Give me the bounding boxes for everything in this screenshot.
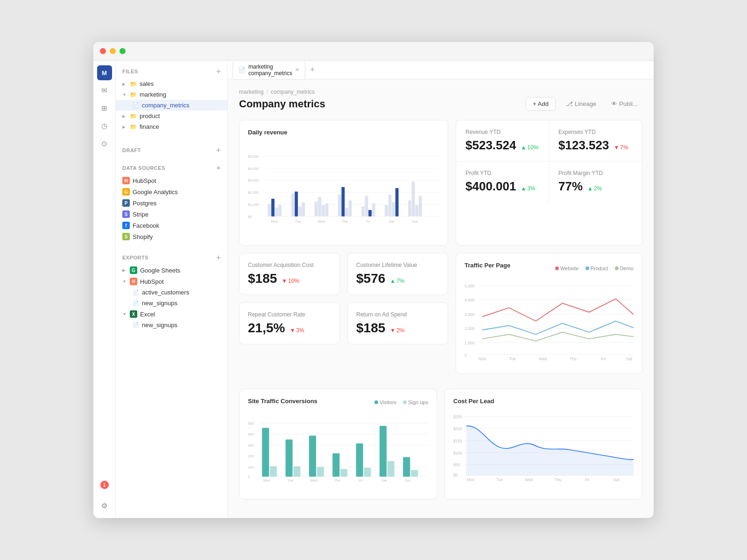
settings-icon[interactable]: ⚙ xyxy=(97,498,112,513)
database-icon[interactable]: ⊙ xyxy=(97,136,112,151)
sidebar-item-finance[interactable]: ▶ 📁 finance xyxy=(116,121,227,132)
svg-rect-14 xyxy=(275,208,278,217)
eye-icon: 👁 xyxy=(611,100,617,107)
datasource-shopify[interactable]: S Shopify xyxy=(116,231,227,242)
page-title: Company metrics xyxy=(239,98,325,110)
svg-rect-88 xyxy=(388,461,395,477)
icon-bar: M ✉ ⊞ ◷ ⊙ 1 ⚙ xyxy=(93,61,116,518)
page-header: Company metrics + Add ⎇ Lineage 👁 Publi.… xyxy=(239,97,642,111)
dashboard-grid: Daily revenue $5,000 $4,000 $3,000 $2,00… xyxy=(239,120,642,245)
svg-text:$3,000: $3,000 xyxy=(248,178,259,182)
svg-rect-38 xyxy=(415,205,418,216)
traffic-legend: Website Product Demo xyxy=(555,266,634,271)
rcr-change: ▼ 3% xyxy=(289,327,304,334)
mail-icon[interactable]: ✉ xyxy=(97,83,112,98)
svg-text:Wed: Wed xyxy=(310,478,317,483)
export-active-customers[interactable]: 📄 active_customers xyxy=(116,287,227,298)
maximize-button[interactable] xyxy=(120,48,126,54)
svg-rect-31 xyxy=(372,203,375,217)
breadcrumb: marketing / company_metrics xyxy=(239,89,642,95)
daily-revenue-chart: $5,000 $4,000 $3,000 $2,000 $1,000 $0 xyxy=(248,141,439,237)
svg-text:1,000: 1,000 xyxy=(465,341,475,345)
add-export-button[interactable]: + xyxy=(216,253,221,262)
close-button[interactable] xyxy=(100,48,106,54)
minimize-button[interactable] xyxy=(110,48,116,54)
svg-rect-84 xyxy=(340,469,347,477)
kpi-expenses-change: ▼ 7% xyxy=(613,144,628,151)
add-draft-button[interactable]: + xyxy=(216,146,221,154)
tab-marketing-company-metrics[interactable]: 📄 marketingcompany_metrics ✕ xyxy=(233,61,305,80)
lineage-button[interactable]: ⎇ Lineage xyxy=(561,98,601,110)
svg-text:Sat: Sat xyxy=(626,357,632,361)
export-excel-new-signups[interactable]: 📄 new_signups xyxy=(116,320,227,330)
svg-rect-34 xyxy=(392,202,395,216)
sidebar-item-marketing[interactable]: ▼ 📁 marketing xyxy=(116,89,227,100)
chevron-right-icon: ▶ xyxy=(122,82,127,86)
svg-text:Sun: Sun xyxy=(405,478,411,483)
datasource-stripe[interactable]: S Stripe xyxy=(116,209,227,220)
svg-rect-29 xyxy=(365,196,368,217)
stc-legend: Visitors Sign ups xyxy=(374,399,428,405)
svg-text:$5,000: $5,000 xyxy=(248,154,259,159)
site-traffic-card: Site Traffic Conversions Visitors Sign u… xyxy=(239,389,437,499)
svg-text:Wed: Wed xyxy=(317,219,324,224)
svg-text:$250: $250 xyxy=(453,415,462,420)
add-button[interactable]: + Add xyxy=(526,97,556,111)
tab-file-icon: 📄 xyxy=(239,67,246,73)
sidebar-item-product[interactable]: ▶ 📁 product xyxy=(116,111,227,121)
sidebar-item-sales[interactable]: ▶ 📁 sales xyxy=(116,78,227,89)
export-hubspot[interactable]: ▼ H HubSpot xyxy=(116,276,227,287)
chevron-right-icon: ▶ xyxy=(122,114,127,119)
svg-text:$0: $0 xyxy=(248,215,252,219)
user-avatar[interactable]: M xyxy=(97,65,112,80)
datasource-facebook[interactable]: f Facebook xyxy=(116,220,227,231)
folder-icon: 📁 xyxy=(130,113,137,119)
chevron-right-icon: ▶ xyxy=(122,268,127,273)
svg-text:Thu: Thu xyxy=(334,478,340,483)
svg-text:Sun: Sun xyxy=(412,219,418,224)
add-datasource-button[interactable]: + xyxy=(216,164,221,172)
svg-text:$150: $150 xyxy=(453,439,462,443)
svg-text:$100: $100 xyxy=(453,451,462,455)
svg-text:Mon: Mon xyxy=(263,478,270,483)
folder-icon: 📁 xyxy=(130,91,137,98)
svg-text:$4,000: $4,000 xyxy=(248,167,259,171)
svg-rect-77 xyxy=(262,428,269,477)
grid-icon[interactable]: ⊞ xyxy=(97,101,112,116)
svg-text:Thu: Thu xyxy=(555,478,562,482)
datasource-hubspot[interactable]: H HubSpot xyxy=(116,175,227,186)
svg-rect-35 xyxy=(395,188,399,217)
cac-change: ▼ 10% xyxy=(282,278,299,284)
sidebar-item-company-metrics[interactable]: 📄 company_metrics xyxy=(116,100,227,111)
svg-text:Sat: Sat xyxy=(389,219,395,224)
public-button[interactable]: 👁 Publi... xyxy=(606,98,642,110)
add-file-button[interactable]: + xyxy=(216,67,221,76)
svg-rect-15 xyxy=(278,205,282,217)
svg-rect-19 xyxy=(302,202,305,216)
daily-revenue-card: Daily revenue $5,000 $4,000 $3,000 $2,00… xyxy=(239,120,448,245)
export-excel[interactable]: ▼ X Excel xyxy=(116,308,227,320)
svg-text:Thu: Thu xyxy=(342,219,348,224)
new-tab-button[interactable]: + xyxy=(307,65,318,75)
svg-text:Tue: Tue xyxy=(295,219,301,224)
export-gsheets[interactable]: ▶ G Google Sheets xyxy=(116,265,227,276)
svg-rect-22 xyxy=(322,205,325,216)
notification-badge[interactable]: 1 xyxy=(100,481,109,489)
clock-icon[interactable]: ◷ xyxy=(97,119,112,133)
datasource-google-analytics[interactable]: G Google Analytics xyxy=(116,186,227,197)
metric-rcr: Repeat Customer Rate 21,5% ▼ 3% xyxy=(239,302,340,344)
svg-text:$200: $200 xyxy=(453,427,462,431)
export-new-signups[interactable]: 📄 new_signups xyxy=(116,298,227,308)
postgres-icon: P xyxy=(122,199,130,207)
svg-rect-27 xyxy=(349,201,352,217)
middle-row: Customer Acquisition Cost $185 ▼ 10% Cus… xyxy=(239,253,642,374)
datasource-postgres[interactable]: P Postgres xyxy=(116,197,227,209)
svg-rect-20 xyxy=(315,202,318,217)
chevron-down-icon: ▼ xyxy=(122,279,127,284)
tab-close-button[interactable]: ✕ xyxy=(295,67,299,73)
svg-text:Thu: Thu xyxy=(570,357,577,361)
svg-rect-85 xyxy=(356,443,363,476)
svg-text:$2,000: $2,000 xyxy=(248,190,259,195)
chevron-down-icon: ▼ xyxy=(122,312,127,316)
svg-text:$0: $0 xyxy=(453,473,458,477)
